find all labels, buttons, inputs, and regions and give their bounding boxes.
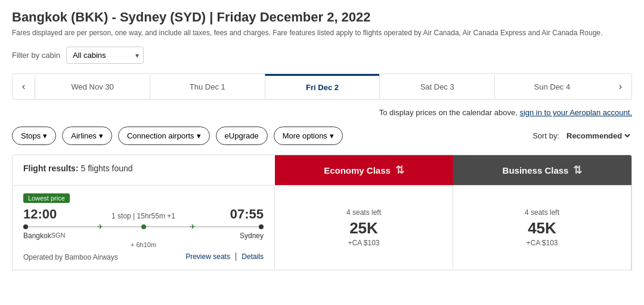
- dest-label: Sydney: [240, 232, 264, 240]
- sort-label: Sort by:: [532, 131, 559, 140]
- calendar-day-wed[interactable]: Wed Nov 30: [35, 75, 150, 98]
- plane-icon-1: ✈: [97, 223, 103, 231]
- connection-chevron-icon: ▾: [197, 131, 201, 140]
- more-options-button[interactable]: More options ▾: [274, 127, 343, 145]
- link-divider: |: [235, 251, 240, 261]
- economy-class-label: Economy Class: [324, 165, 391, 175]
- business-class-label: Business Class: [503, 165, 569, 175]
- stop-code: SGN: [51, 232, 66, 240]
- flight-card: Lowest price 12:00 1 stop | 15hr55m +1 0…: [12, 186, 632, 270]
- filter-label: Filter by cabin: [12, 51, 60, 60]
- origin-label: Bangkok: [23, 232, 51, 240]
- calendar-day-thu[interactable]: Thu Dec 1: [150, 75, 265, 98]
- stops-chevron-icon: ▾: [43, 131, 47, 140]
- economy-class-header[interactable]: Economy Class ⇅: [275, 155, 453, 185]
- business-sort-icon: ⇅: [573, 164, 582, 177]
- route-labels: Bangkok SGN Sydney: [23, 232, 264, 240]
- business-seats-left: 4 seats left: [525, 208, 559, 217]
- airlines-label: Airlines: [71, 131, 97, 140]
- sort-select[interactable]: Recommended Price Duration: [564, 131, 632, 141]
- arrive-time: 07:55: [230, 207, 264, 222]
- calendar-day-fri[interactable]: Fri Dec 2: [265, 74, 380, 99]
- flight-footer: Operated by Bamboo Airways Preview seats…: [23, 251, 264, 261]
- results-label: Flight results: 5 flights found: [13, 155, 275, 185]
- more-options-label: More options: [283, 131, 327, 140]
- flight-actions: Preview seats | Details: [185, 251, 264, 261]
- results-header: Flight results: 5 flights found Economy …: [12, 155, 632, 186]
- economy-price-col[interactable]: 4 seats left 25K +CA $103: [275, 186, 453, 270]
- route-visual: ✈ ✈: [23, 224, 264, 229]
- filter-select-wrap: All cabins Economy Business: [66, 47, 144, 64]
- flight-times: 12:00 1 stop | 15hr55m +1 07:55: [23, 207, 264, 222]
- sign-in-text: To display prices on the calendar above,: [379, 108, 518, 117]
- business-price-col[interactable]: 4 seats left 45K +CA $103: [453, 186, 631, 270]
- origin-dot: [23, 224, 28, 229]
- depart-time: 12:00: [23, 207, 57, 222]
- sign-in-notice: To display prices on the calendar above,…: [12, 108, 632, 117]
- connection-filter-button[interactable]: Connection airports ▾: [118, 127, 210, 145]
- calendar-next-arrow[interactable]: ›: [609, 74, 631, 99]
- calendar-nav: ‹ Wed Nov 30 Thu Dec 1 Fri Dec 2 Sat Dec…: [12, 73, 632, 100]
- economy-points: 25K: [349, 219, 378, 238]
- route-title: Bangkok (BKK) - Sydney (SYD) | Friday De…: [12, 10, 632, 25]
- stop-info: 1 stop | 15hr55m +1: [61, 212, 225, 220]
- layover-info: + 6h10m: [23, 241, 264, 248]
- stop-dot: [141, 224, 146, 229]
- eupgrade-button[interactable]: eUpgrade: [216, 127, 268, 145]
- airlines-filter-button[interactable]: Airlines ▾: [62, 127, 112, 145]
- connection-label: Connection airports: [127, 131, 194, 140]
- operated-by: Operated by Bamboo Airways: [23, 253, 118, 261]
- airlines-chevron-icon: ▾: [99, 131, 103, 140]
- calendar-day-sun[interactable]: Sun Dec 4: [494, 75, 609, 98]
- flight-info: Lowest price 12:00 1 stop | 15hr55m +1 0…: [13, 186, 275, 270]
- filters-bar: Stops ▾ Airlines ▾ Connection airports ▾…: [12, 127, 632, 145]
- economy-sort-icon: ⇅: [395, 164, 404, 177]
- business-fee: +CA $103: [526, 239, 558, 247]
- lowest-price-badge: Lowest price: [23, 193, 70, 203]
- details-link[interactable]: Details: [242, 252, 264, 261]
- business-class-header[interactable]: Business Class ⇅: [453, 155, 631, 185]
- calendar-prev-arrow[interactable]: ‹: [13, 74, 35, 99]
- sign-in-link[interactable]: sign in to your Aeroplan account.: [519, 108, 632, 117]
- calendar-day-sat[interactable]: Sat Dec 3: [379, 75, 494, 98]
- route-line: ✈ ✈: [28, 226, 259, 227]
- economy-seats-left: 4 seats left: [346, 208, 381, 217]
- plane-icon-2: ✈: [190, 223, 196, 231]
- stops-filter-button[interactable]: Stops ▾: [12, 127, 56, 145]
- preview-seats-link[interactable]: Preview seats: [185, 252, 230, 261]
- economy-fee: +CA $103: [348, 239, 379, 247]
- dest-dot: [259, 224, 264, 229]
- cabin-filter-select[interactable]: All cabins Economy Business: [66, 47, 144, 64]
- more-options-chevron-icon: ▾: [330, 131, 334, 140]
- sort-wrap: Sort by: Recommended Price Duration: [532, 131, 632, 141]
- filter-row: Filter by cabin All cabins Economy Busin…: [12, 47, 632, 64]
- eupgrade-label: eUpgrade: [225, 131, 259, 140]
- stops-label: Stops: [21, 131, 41, 140]
- flight-count: 5 flights found: [80, 164, 132, 173]
- fare-notice: Fares displayed are per person, one way,…: [12, 29, 632, 37]
- flight-results-title: Flight results:: [23, 164, 79, 173]
- business-points: 45K: [528, 219, 556, 238]
